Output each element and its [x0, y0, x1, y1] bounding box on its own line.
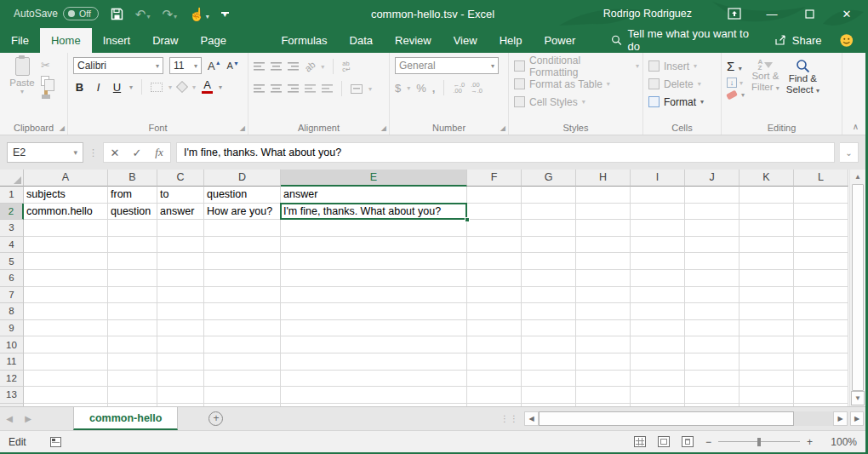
- cell-D10[interactable]: [204, 336, 281, 353]
- cell-F13[interactable]: [467, 387, 522, 404]
- tell-me-box[interactable]: Tell me what you want to do: [611, 27, 752, 53]
- cell-A14[interactable]: [24, 404, 108, 406]
- formula-bar-handle[interactable]: ⋮: [89, 147, 98, 158]
- fill-handle[interactable]: [465, 217, 470, 222]
- cell-D13[interactable]: [204, 387, 281, 404]
- row-header-8[interactable]: 8: [0, 303, 24, 320]
- name-box[interactable]: E2 ▾: [7, 142, 83, 163]
- sheet-nav-left-icon[interactable]: ◀: [0, 407, 19, 430]
- align-bottom-icon[interactable]: [288, 62, 299, 71]
- cell-H11[interactable]: [576, 353, 631, 371]
- cell-J11[interactable]: [685, 353, 740, 371]
- cancel-icon[interactable]: ✕: [104, 147, 126, 159]
- cell-D5[interactable]: [204, 253, 281, 270]
- cell-J12[interactable]: [685, 371, 740, 388]
- cell-B8[interactable]: [108, 303, 157, 320]
- cell-G3[interactable]: [522, 220, 576, 237]
- scroll-right-edge-icon[interactable]: ▶: [850, 411, 864, 426]
- cell-A4[interactable]: [24, 237, 108, 254]
- cell-E10[interactable]: [281, 336, 467, 353]
- cell-G11[interactable]: [522, 353, 576, 371]
- undo-icon[interactable]: ↶▾: [135, 8, 151, 20]
- row-header-11[interactable]: 11: [0, 353, 24, 371]
- cell-K13[interactable]: [740, 387, 794, 404]
- column-header-I[interactable]: I: [631, 170, 685, 187]
- cell-K10[interactable]: [740, 336, 794, 353]
- cell-F14[interactable]: [467, 404, 522, 406]
- cell-J8[interactable]: [685, 303, 740, 320]
- delete-cells-button[interactable]: Delete▾: [648, 75, 717, 93]
- cell-H12[interactable]: [576, 371, 631, 388]
- scroll-right-icon[interactable]: ▶: [833, 411, 848, 426]
- cell-A6[interactable]: [24, 270, 108, 287]
- cell-B2[interactable]: question: [108, 204, 157, 221]
- cell-H1[interactable]: [576, 187, 631, 204]
- cell-F2[interactable]: [467, 204, 522, 221]
- cell-J3[interactable]: [685, 220, 740, 237]
- cell-K6[interactable]: [740, 270, 794, 287]
- row-header-10[interactable]: 10: [0, 336, 24, 353]
- vertical-scrollbar[interactable]: ▲ ▼: [849, 170, 865, 406]
- cell-J2[interactable]: [685, 204, 740, 221]
- column-header-G[interactable]: G: [522, 170, 576, 187]
- cell-B7[interactable]: [108, 287, 157, 304]
- ribbon-display-options-icon[interactable]: [716, 0, 753, 27]
- cell-D8[interactable]: [204, 303, 281, 320]
- clipboard-dialog-launcher-icon[interactable]: ◢: [60, 124, 65, 132]
- zoom-slider-thumb[interactable]: [757, 438, 761, 446]
- cell-C5[interactable]: [157, 253, 204, 270]
- align-middle-icon[interactable]: [271, 62, 282, 71]
- row-header-6[interactable]: 6: [0, 270, 24, 287]
- cell-J4[interactable]: [685, 237, 740, 254]
- add-sheet-button[interactable]: +: [208, 411, 223, 426]
- cell-I12[interactable]: [631, 371, 685, 388]
- cell-A13[interactable]: [24, 387, 108, 404]
- touch-mode-icon[interactable]: ☝▾: [189, 8, 209, 20]
- cell-L12[interactable]: [794, 371, 848, 388]
- cell-A2[interactable]: common.hello: [24, 204, 108, 221]
- align-center-icon[interactable]: [271, 84, 282, 93]
- share-button[interactable]: Share: [774, 34, 822, 47]
- cell-G13[interactable]: [522, 387, 576, 404]
- cell-J9[interactable]: [685, 320, 740, 337]
- cell-H9[interactable]: [576, 320, 631, 337]
- column-header-B[interactable]: B: [108, 170, 157, 187]
- find-select-button[interactable]: Find & Select ▾: [786, 57, 819, 120]
- cell-L4[interactable]: [794, 237, 848, 254]
- cell-D14[interactable]: [204, 404, 281, 406]
- cell-A3[interactable]: [24, 220, 108, 237]
- cell-H14[interactable]: [576, 404, 631, 406]
- cell-B9[interactable]: [108, 320, 157, 337]
- cell-L5[interactable]: [794, 253, 848, 270]
- borders-icon[interactable]: [151, 83, 163, 92]
- cell-L3[interactable]: [794, 220, 848, 237]
- fill-button[interactable]: ↓▾: [727, 78, 745, 88]
- cell-E4[interactable]: [281, 237, 467, 254]
- cell-E6[interactable]: [281, 270, 467, 287]
- cell-D11[interactable]: [204, 353, 281, 371]
- cell-A12[interactable]: [24, 371, 108, 388]
- enter-icon[interactable]: ✓: [126, 147, 148, 159]
- cell-G7[interactable]: [522, 287, 576, 304]
- cell-I6[interactable]: [631, 270, 685, 287]
- number-format-combo[interactable]: General▾: [395, 57, 499, 74]
- cell-G8[interactable]: [522, 303, 576, 320]
- cell-K9[interactable]: [740, 320, 794, 337]
- cell-C9[interactable]: [157, 320, 204, 337]
- cell-B3[interactable]: [108, 220, 157, 237]
- cell-L1[interactable]: [794, 187, 848, 204]
- font-dialog-launcher-icon[interactable]: ◢: [240, 124, 245, 132]
- cell-C4[interactable]: [157, 237, 204, 254]
- conditional-formatting-button[interactable]: Conditional Formatting▾: [514, 57, 639, 75]
- cell-J7[interactable]: [685, 287, 740, 304]
- cell-A9[interactable]: [24, 320, 108, 337]
- cell-G4[interactable]: [522, 237, 576, 254]
- row-header-5[interactable]: 5: [0, 253, 24, 270]
- smiley-feedback-icon[interactable]: [840, 33, 854, 48]
- cell-D12[interactable]: [204, 371, 281, 388]
- cell-L6[interactable]: [794, 270, 848, 287]
- wrap-text-icon[interactable]: abc↵: [342, 60, 351, 72]
- cell-G10[interactable]: [522, 336, 576, 353]
- cell-F1[interactable]: [467, 187, 522, 204]
- sheet-tab-common-hello[interactable]: common-hello: [73, 407, 178, 430]
